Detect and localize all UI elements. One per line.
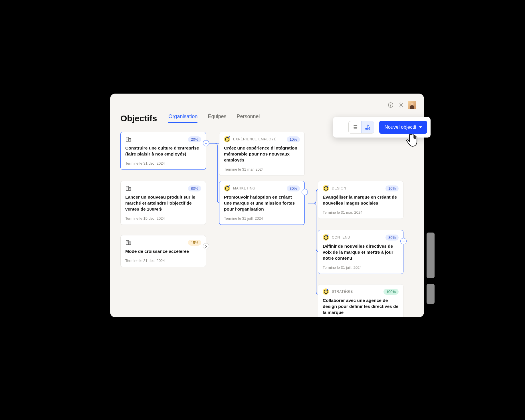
- category-label: MARKETING: [233, 186, 255, 190]
- objective-card[interactable]: EXPÉRIENCE EMPLOYÉ 10% Créez une expérie…: [219, 132, 305, 176]
- list-view-button[interactable]: [349, 121, 361, 133]
- card-date: Termine le 31 mar. 2024: [224, 167, 300, 171]
- card-title: Lancer un nouveau produit sur le marché …: [125, 194, 201, 212]
- category-label: EXPÉRIENCE EMPLOYÉ: [233, 137, 276, 141]
- peek-card: [427, 284, 435, 304]
- card-date: Termine le 31 dec. 2024: [125, 259, 201, 263]
- svg-point-18: [369, 128, 370, 129]
- card-date: Termine le 15 dec. 2024: [125, 216, 201, 221]
- target-icon: [224, 185, 230, 191]
- svg-point-17: [367, 128, 368, 129]
- progress-badge: 20%: [188, 136, 201, 142]
- card-title: Promouvoir l'adoption en créant une marq…: [224, 194, 300, 212]
- objective-card[interactable]: MARKETING 30% Promouvoir l'adoption en c…: [219, 181, 305, 225]
- target-icon: [224, 136, 230, 142]
- category-label: STRATÉGIE: [332, 290, 353, 294]
- collapse-toggle-c2[interactable]: −: [400, 238, 407, 244]
- svg-point-15: [367, 125, 368, 126]
- card-date: Termine le 31 mar. 2024: [323, 210, 399, 215]
- org-icon: [125, 136, 132, 142]
- objective-card[interactable]: DESIGN 10% Évangéliser la marque en créa…: [318, 181, 403, 219]
- card-title: Créez une expérience d'intégration mémor…: [224, 145, 300, 163]
- svg-point-16: [366, 128, 367, 129]
- category-label: CONTENU: [332, 235, 350, 239]
- tabs: Organisation Équipes Personnel: [168, 114, 260, 123]
- avatar[interactable]: [408, 101, 416, 109]
- objective-card[interactable]: 15% Mode de croissance accélérée Termine…: [120, 235, 206, 267]
- progress-badge: 10%: [287, 136, 300, 142]
- card-title: Construire une culture d'entreprise (fai…: [125, 145, 201, 157]
- progress-badge: 80%: [385, 235, 399, 241]
- svg-point-13: [353, 128, 354, 129]
- collapse-toggle-b2[interactable]: −: [302, 189, 308, 195]
- objectives-tree: − − − 20% Construire une culture d'entre…: [120, 132, 423, 314]
- org-icon: [125, 239, 132, 246]
- tab-organisation[interactable]: Organisation: [168, 114, 197, 123]
- card-title: Évangéliser la marque en créant de nouve…: [323, 194, 399, 206]
- tree-view-button[interactable]: [361, 121, 374, 133]
- svg-point-1: [390, 106, 391, 107]
- objective-card[interactable]: 80% Lancer un nouveau produit sur le mar…: [120, 181, 206, 225]
- objective-card[interactable]: 20% Construire une culture d'entreprise …: [120, 132, 206, 170]
- card-date: Termine le 31 juill. 2024: [224, 216, 300, 221]
- progress-badge: 30%: [287, 185, 300, 191]
- svg-point-9: [353, 125, 354, 126]
- svg-rect-5: [126, 186, 129, 191]
- progress-badge: 100%: [383, 289, 399, 295]
- new-objective-button[interactable]: Nouvel objectif: [379, 121, 427, 134]
- peek-card: [427, 233, 435, 278]
- help-icon[interactable]: [387, 102, 394, 108]
- gear-icon[interactable]: [398, 102, 404, 108]
- svg-rect-7: [126, 241, 129, 245]
- category-label: DESIGN: [332, 186, 346, 190]
- page-title: Objectifs: [120, 114, 157, 123]
- org-icon: [125, 185, 132, 191]
- svg-point-11: [353, 127, 354, 128]
- svg-point-0: [388, 103, 393, 108]
- collapse-toggle-a1[interactable]: −: [203, 140, 209, 146]
- target-icon: [323, 234, 329, 241]
- new-objective-label: Nouvel objectif: [384, 124, 416, 130]
- card-title: Mode de croissance accélérée: [125, 249, 201, 255]
- target-icon: [323, 185, 329, 191]
- progress-badge: 15%: [188, 240, 201, 246]
- toolbar: Nouvel objectif: [333, 117, 431, 138]
- progress-badge: 10%: [385, 185, 399, 191]
- card-date: Termine le 31 juill. 2024: [323, 265, 399, 270]
- card-date: Termine le 31 dec. 2024: [125, 161, 201, 165]
- tab-equipes[interactable]: Équipes: [208, 114, 226, 123]
- objective-card[interactable]: STRATÉGIE 100% Collaborer avec une agenc…: [318, 284, 403, 317]
- objective-card[interactable]: CONTENU 80% Définir de nouvelles directi…: [318, 230, 403, 274]
- target-icon: [323, 288, 329, 295]
- card-title: Définir de nouvelles directives de voix …: [323, 243, 399, 261]
- tab-personnel[interactable]: Personnel: [237, 114, 260, 123]
- svg-point-2: [400, 104, 402, 106]
- card-title: Collaborer avec une agence de design pou…: [323, 298, 399, 316]
- chevron-down-icon: [419, 126, 422, 128]
- expand-toggle-a3[interactable]: [203, 243, 209, 249]
- view-toggle: [348, 121, 374, 134]
- progress-badge: 80%: [188, 185, 201, 191]
- svg-rect-3: [126, 137, 129, 142]
